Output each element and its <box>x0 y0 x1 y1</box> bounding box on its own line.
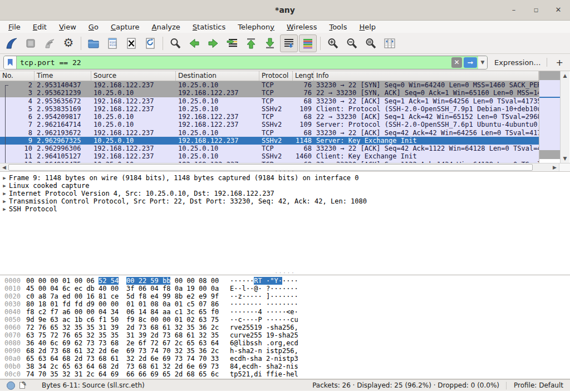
hex-row[interactable]: 00509d 9e 63 ac 1b c6 f1 50f9 8c 00 00 0… <box>0 316 570 324</box>
scroll-left-arrow-icon[interactable]: ◀ <box>0 165 8 170</box>
splitter-grip[interactable]: ····· <box>274 272 295 275</box>
hex-row[interactable]: 0020c0 a8 7a ed 00 16 81 ce5d f8 e4 99 8… <box>0 292 570 300</box>
menu-tools[interactable]: Tools <box>323 22 353 32</box>
hex-bytes-group[interactable]: 2e 6f 72 67 2c 65 63 64 <box>126 339 221 347</box>
detail-tree-item[interactable]: ▶Transmission Control Protocol, Src Port… <box>0 197 570 205</box>
hex-ascii[interactable]: ecdh-sha 2-nistp3 <box>230 355 298 363</box>
menu-edit[interactable]: Edit <box>27 22 53 32</box>
detail-tree-item[interactable]: ▶SSH Protocol <box>0 205 570 213</box>
hex-bytes-group[interactable]: 00 22 59 bb 00 00 08 00 <box>126 277 221 285</box>
colorize-button[interactable] <box>299 34 317 52</box>
packet-row[interactable]: 42.953635672192.168.122.23710.25.0.10TCP… <box>0 97 539 105</box>
last-packet-button[interactable] <box>261 34 279 52</box>
hex-row[interactable]: 008036 40 6c 69 62 73 73 682e 6f 72 67 2… <box>0 339 570 347</box>
packet-row[interactable]: 22.953140437192.168.122.23710.25.0.10TCP… <box>0 81 539 89</box>
expand-arrow-icon[interactable]: ▶ <box>0 205 9 213</box>
auto-scroll-button[interactable] <box>280 34 298 52</box>
hex-bytes-group[interactable]: 32 2d 6e 69 73 74 70 33 <box>126 355 221 363</box>
hex-bytes-group[interactable]: 36 40 6c 69 62 73 73 68 <box>26 339 121 347</box>
detail-tree-item[interactable]: ▶Linux cooked capture <box>0 182 570 190</box>
menu-file[interactable]: File <box>2 22 27 32</box>
add-filter-button[interactable]: + <box>553 57 567 68</box>
previous-packet-button[interactable] <box>185 34 203 52</box>
expand-arrow-icon[interactable]: ▶ <box>0 197 9 205</box>
hex-ascii[interactable]: ··z····· ]······· <box>230 292 298 300</box>
scroll-up-arrow-icon[interactable]: ▲ <box>561 73 569 78</box>
hex-row[interactable]: 0040f8 c2 f7 a6 00 00 04 3406 14 84 aa c… <box>0 308 570 316</box>
capture-options-button[interactable]: ⚙ <box>60 34 77 52</box>
packet-row[interactable]: 122.96481047510.25.0.10192.168.122.237TC… <box>0 161 539 163</box>
packet-row[interactable]: 32.95362123910.25.0.10192.168.122.237TCP… <box>0 89 539 97</box>
scroll-down-arrow-icon[interactable]: ▼ <box>561 156 569 161</box>
hex-ascii[interactable]: 6@libssh .org,ecd <box>230 339 298 347</box>
hex-row[interactable]: 000000 00 00 01 00 06 52 5400 22 59 bb 0… <box>0 277 570 285</box>
column-header-destination[interactable]: Destination <box>176 71 259 81</box>
vertical-scrollbar[interactable]: ▲ ▼ <box>560 71 569 163</box>
column-header-source[interactable]: Source <box>91 71 176 81</box>
zoom-in-button[interactable] <box>324 34 342 52</box>
find-packet-button[interactable] <box>166 34 184 52</box>
hex-row[interactable]: 006072 76 65 32 35 35 31 392d 73 68 61 3… <box>0 324 570 331</box>
hex-bytes-group[interactable]: 5d f8 e4 99 8b e2 e9 9f <box>126 292 221 300</box>
packet-row[interactable]: 62.95420981710.25.0.10192.168.122.237TCP… <box>0 113 539 121</box>
hex-ascii[interactable]: 84,ecdh- sha2-nis <box>230 363 298 370</box>
packet-row[interactable]: 72.96216471410.25.0.10192.168.122.237SSH… <box>0 121 539 128</box>
hex-bytes-group[interactable]: 73 68 61 32 2d 6e 69 73 <box>126 363 221 370</box>
open-file-button[interactable] <box>85 34 102 52</box>
hex-bytes-group[interactable]: 45 00 04 6c ec db 40 00 <box>26 285 121 292</box>
column-header-info[interactable]: Info <box>314 71 539 81</box>
zoom-out-button[interactable] <box>343 34 361 52</box>
hex-bytes-group[interactable]: 01 01 08 0a 01 c5 07 86 <box>126 300 221 308</box>
hex-bytes-group[interactable]: 38 34 2c 65 63 64 68 2d <box>26 363 121 370</box>
hex-ascii[interactable]: ·······4 ·····<e· <box>230 308 298 316</box>
next-packet-button[interactable] <box>204 34 222 52</box>
expand-arrow-icon[interactable]: ▶ <box>0 174 9 182</box>
close-button[interactable]: ✕ <box>554 0 562 20</box>
menu-analyze[interactable]: Analyze <box>146 22 186 32</box>
hex-row[interactable]: 007063 75 72 76 65 32 35 3531 39 2d 73 6… <box>0 331 570 339</box>
hex-row[interactable]: 00b038 34 2c 65 63 64 68 2d73 68 61 32 2… <box>0 363 570 370</box>
menu-help[interactable]: Help <box>353 22 382 32</box>
column-header-no[interactable]: No. <box>0 71 35 81</box>
hex-bytes-group[interactable]: 68 2d 73 68 61 32 2d 6e <box>26 347 121 355</box>
column-header-protocol[interactable]: Protocol <box>259 71 293 81</box>
go-to-packet-button[interactable] <box>223 34 241 52</box>
expert-info-icon[interactable] <box>7 381 15 390</box>
hex-row[interactable]: 001045 00 04 6c ec db 40 003f 06 04 f8 0… <box>0 285 570 292</box>
hex-bytes-group[interactable]: 31 39 2d 73 68 61 32 35 <box>126 331 221 339</box>
hex-row[interactable]: 009068 2d 73 68 61 32 2d 6e69 73 74 70 3… <box>0 347 570 355</box>
detail-tree-item[interactable]: ▶Frame 9: 1148 bytes on wire (9184 bits)… <box>0 174 570 182</box>
filter-history-dropdown[interactable]: ▼ <box>478 56 487 69</box>
menu-wireless[interactable]: Wireless <box>281 22 323 32</box>
minimize-button[interactable]: – <box>510 0 518 20</box>
hex-ascii[interactable]: h-sha2-n istp256, <box>230 347 298 355</box>
hex-bytes-group[interactable]: 9d 9e 63 ac 1b c6 f1 50 <box>26 316 121 324</box>
hex-bytes-group[interactable]: 06 14 84 aa c1 3c 65 f0 <box>126 308 221 316</box>
expression-link[interactable]: Expression… <box>494 58 541 67</box>
hex-row[interactable]: 00a065 63 64 68 2d 73 68 6132 2d 6e 69 7… <box>0 355 570 363</box>
expand-arrow-icon[interactable]: ▶ <box>0 190 9 197</box>
hex-row[interactable]: 00c074 70 35 32 31 2c 64 6966 66 69 65 2… <box>0 370 570 378</box>
hex-bytes-group[interactable]: c0 a8 7a ed 00 16 81 ce <box>26 292 121 300</box>
intelligent-scrollbar[interactable] <box>539 71 560 163</box>
hex-bytes-group[interactable]: 65 63 64 68 2d 73 68 61 <box>26 355 121 363</box>
status-profile[interactable]: Profile: Default <box>514 381 566 389</box>
hex-bytes-group[interactable]: 69 73 74 70 32 35 36 2c <box>126 347 221 355</box>
menu-telephony[interactable]: Telephony <box>232 22 281 32</box>
hex-bytes-group[interactable]: 63 75 72 76 65 32 35 35 <box>26 331 121 339</box>
filter-clear-button[interactable]: ✕ <box>451 57 462 68</box>
hex-ascii[interactable]: ········ ········ <box>230 300 298 308</box>
packet-row[interactable]: 102.962996306192.168.122.23710.25.0.10TC… <box>0 145 539 152</box>
stop-capture-button[interactable] <box>22 34 40 52</box>
detail-tree-item[interactable]: ▶Internet Protocol Version 4, Src: 10.25… <box>0 190 570 197</box>
filter-bookmark-button[interactable] <box>4 56 17 69</box>
hex-row[interactable]: 003080 18 01 fd fd d9 00 0001 01 08 0a 0… <box>0 300 570 308</box>
hex-ascii[interactable]: ··c····P ······cu <box>230 316 298 324</box>
menu-statistics[interactable]: Statistics <box>186 22 232 32</box>
hex-bytes-group[interactable]: f9 8c 00 00 01 02 63 75 <box>126 316 221 324</box>
scroll-right-arrow-icon[interactable]: ▶ <box>551 165 559 170</box>
packet-row[interactable]: 82.962193672192.168.122.23710.25.0.10TCP… <box>0 129 539 137</box>
maximize-button[interactable]: ◻ <box>532 0 540 20</box>
hex-bytes-group[interactable]: 3f 06 04 f8 0a 19 00 0a <box>126 285 221 292</box>
restart-capture-button[interactable] <box>41 34 58 52</box>
